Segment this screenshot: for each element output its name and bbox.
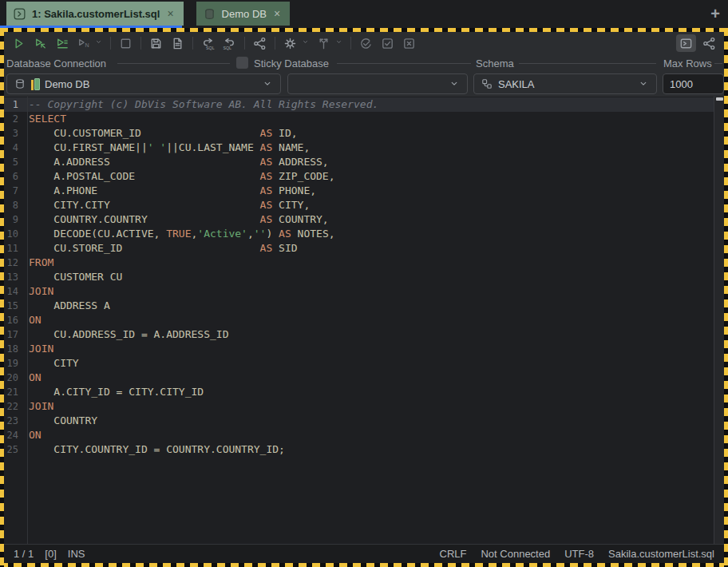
code-text: DECODE(CU.ACTIVE, TRUE,'Active','') AS N… bbox=[23, 227, 335, 241]
encoding-indicator: UTF-8 bbox=[564, 548, 594, 560]
line-number: 17 bbox=[4, 327, 23, 342]
editor-line: 23 COUNTRY bbox=[4, 414, 724, 428]
svg-text:SQL: SQL bbox=[206, 45, 215, 50]
line-number: 12 bbox=[4, 256, 23, 270]
toolbar-separator bbox=[350, 37, 351, 50]
schema-select[interactable]: SAKILA bbox=[473, 73, 657, 94]
line-number: 5 bbox=[4, 155, 23, 169]
close-icon[interactable]: × bbox=[272, 7, 282, 20]
close-square-icon[interactable] bbox=[399, 34, 419, 52]
line-number: 7 bbox=[4, 184, 23, 198]
settings-icon[interactable] bbox=[280, 34, 300, 52]
branch-icon[interactable] bbox=[250, 34, 270, 52]
line-number: 14 bbox=[4, 284, 23, 299]
tab-demo-db[interactable]: Demo DB × bbox=[196, 2, 291, 26]
line-number: 9 bbox=[4, 212, 23, 227]
stop-icon[interactable] bbox=[116, 34, 136, 52]
tab-label: 1: Sakila.customerList.sql bbox=[32, 8, 160, 20]
check-square-icon[interactable] bbox=[378, 34, 398, 52]
scrollbar-thumb[interactable] bbox=[716, 97, 723, 101]
editor-scrollbar[interactable] bbox=[714, 97, 724, 544]
editor-status-bar: 1 / 1 [0] INS CRLF Not Connected UTF-8 S… bbox=[4, 544, 724, 563]
line-number: 2 bbox=[4, 112, 23, 126]
run-script-icon[interactable] bbox=[52, 34, 72, 52]
divider bbox=[714, 63, 722, 64]
editor-line: 21 A.CITY_ID = CITY.CITY_ID bbox=[4, 385, 724, 399]
editor-line: 25 CITY.COUNTRY_ID = COUNTRY.COUNTRY_ID; bbox=[4, 442, 724, 457]
line-separator-indicator: CRLF bbox=[440, 548, 467, 560]
editor-line: 19 CITY bbox=[4, 356, 724, 371]
sticky-database-select[interactable] bbox=[287, 73, 468, 94]
line-number: 16 bbox=[4, 313, 23, 327]
editor-line: 16ON bbox=[4, 313, 724, 327]
cursor-position: 1 / 1 bbox=[14, 548, 34, 560]
redo-sql-icon[interactable]: SQL bbox=[220, 34, 239, 52]
divider bbox=[117, 63, 230, 64]
code-text: ON bbox=[23, 313, 42, 327]
line-number: 20 bbox=[4, 371, 23, 385]
sql-toolbar: NSQLSQL bbox=[4, 32, 724, 54]
sticky-database-label: Sticky Database bbox=[254, 57, 329, 69]
sql-commander-icon bbox=[13, 7, 26, 21]
code-text: ON bbox=[23, 428, 42, 442]
editor-line: 8 CITY.CITY AS CITY, bbox=[4, 198, 724, 212]
code-text: CU.FIRST_NAME||' '||CU.LAST_NAME AS NAME… bbox=[23, 141, 310, 155]
divider bbox=[519, 63, 656, 64]
branch-icon[interactable] bbox=[699, 34, 719, 52]
divider bbox=[337, 63, 471, 64]
chevron-icon[interactable] bbox=[335, 34, 346, 52]
insert-mode-indicator: INS bbox=[68, 548, 85, 560]
explain-icon[interactable]: N bbox=[73, 34, 93, 52]
chevron-down-icon bbox=[261, 77, 274, 90]
editor-line: 6 A.POSTAL_CODE AS ZIP_CODE, bbox=[4, 169, 724, 184]
editor-line: 7 A.PHONE AS PHONE, bbox=[4, 184, 724, 198]
close-icon[interactable]: × bbox=[165, 7, 175, 20]
line-number: 4 bbox=[4, 141, 23, 155]
database-connection-select[interactable]: Demo DB bbox=[6, 73, 281, 94]
run-icon[interactable] bbox=[9, 34, 29, 52]
sql-editor[interactable]: 1-- Copyright (c) DbVis Software AB. All… bbox=[4, 97, 724, 544]
chevron-down-icon bbox=[448, 77, 461, 90]
editor-line: 9 COUNTRY.COUNTRY AS COUNTRY, bbox=[4, 212, 724, 227]
max-rows-input[interactable]: 1000 bbox=[663, 73, 724, 94]
toolbar-separator bbox=[275, 37, 275, 50]
editor-line: 17 CU.ADDRESS_ID = A.ADDRESS_ID bbox=[4, 327, 724, 342]
code-text: CITY.CITY AS CITY, bbox=[23, 198, 310, 212]
sql-commander-icon[interactable] bbox=[676, 34, 696, 52]
line-number: 22 bbox=[4, 399, 23, 414]
connection-controls-row: Demo DB SAKILA 1000 bbox=[4, 72, 724, 97]
max-rows-value: 1000 bbox=[670, 78, 693, 90]
code-text: CITY bbox=[23, 356, 79, 371]
line-number: 24 bbox=[4, 428, 23, 442]
save-as-icon[interactable] bbox=[168, 34, 188, 52]
schema-label: Schema bbox=[476, 57, 514, 69]
chevron-icon[interactable] bbox=[302, 34, 312, 52]
chevron-icon[interactable] bbox=[95, 34, 105, 52]
line-number: 8 bbox=[4, 198, 23, 212]
save-icon[interactable] bbox=[146, 34, 166, 52]
code-text: A.POSTAL_CODE AS ZIP_CODE, bbox=[23, 169, 335, 184]
code-text: A.PHONE AS PHONE, bbox=[23, 184, 316, 198]
line-number: 1 bbox=[4, 97, 23, 112]
editor-line: 18JOIN bbox=[4, 342, 724, 356]
new-tab-button[interactable]: + bbox=[710, 5, 720, 22]
dbvis-window: 1: Sakila.customerList.sql × Demo DB × +… bbox=[0, 0, 728, 567]
line-number: 23 bbox=[4, 414, 23, 428]
connection-status-text: Not Connected bbox=[481, 548, 550, 560]
database-connection-label: Database Connection bbox=[6, 57, 106, 69]
code-text: COUNTRY bbox=[23, 414, 97, 428]
editor-line: 24ON bbox=[4, 428, 724, 442]
connection-status-icon bbox=[31, 78, 40, 90]
line-number: 13 bbox=[4, 270, 23, 284]
editor-line: 10 DECODE(CU.ACTIVE, TRUE,'Active','') A… bbox=[4, 227, 724, 241]
editor-line: 13 CUSTOMER CU bbox=[4, 270, 724, 284]
tab-sakila-customerlist-sql[interactable]: 1: Sakila.customerList.sql × bbox=[6, 2, 184, 26]
file-name: Sakila.customerList.sql bbox=[608, 548, 714, 560]
code-text: A.ADDRESS AS ADDRESS, bbox=[23, 155, 329, 169]
line-number: 10 bbox=[4, 227, 23, 241]
merge-icon[interactable] bbox=[314, 34, 334, 52]
sticky-database-checkbox[interactable] bbox=[236, 57, 248, 69]
undo-sql-icon[interactable]: SQL bbox=[198, 34, 218, 52]
run-cursor-icon[interactable] bbox=[30, 34, 50, 52]
commit-icon[interactable] bbox=[356, 34, 376, 52]
